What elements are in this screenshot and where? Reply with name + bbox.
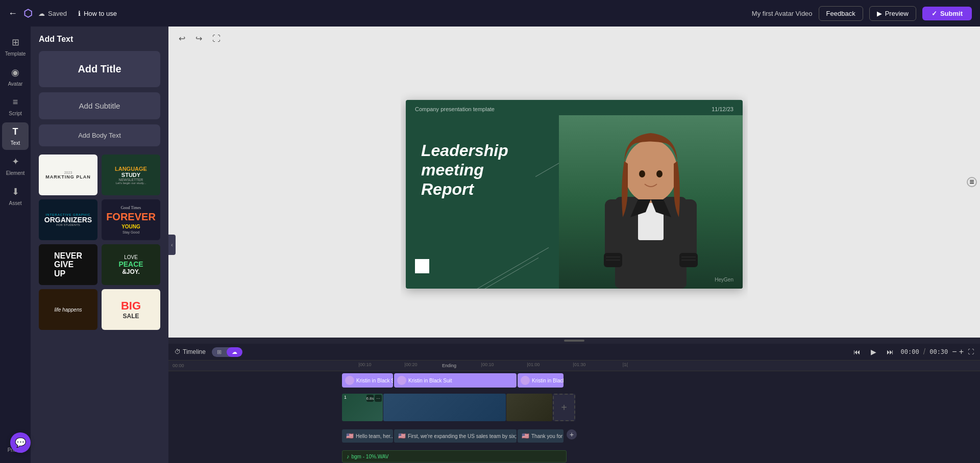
svg-rect-5 [605, 199, 621, 261]
sidebar-item-asset[interactable]: ⬇ Asset [2, 182, 29, 210]
tmpl4-young: YOUNG [121, 224, 140, 229]
tmpl4-forever: FOREVER [106, 211, 156, 223]
tmpl2-news: NEWSLETTER [119, 178, 143, 182]
scene-track-label [168, 392, 342, 427]
tmpl3-sub: FOR STUDENTS [56, 223, 80, 226]
feedback-button[interactable]: Feedback [819, 6, 863, 21]
next-button[interactable]: ⏭ [884, 347, 897, 357]
scene-track-section: 1 6.8s ⋯ [168, 392, 980, 427]
tmpl6-joy: &JOY. [122, 268, 140, 275]
expand-button[interactable]: ⛶ [968, 348, 974, 355]
fit-button[interactable]: ⛶ [210, 32, 223, 45]
undo-button[interactable]: ↩ [177, 32, 187, 45]
slide-date: 11/12/23 [712, 106, 733, 112]
template-card-8[interactable]: BIG SALE [102, 289, 160, 330]
template-card-2[interactable]: LANGUAGE STUDY NEWSLETTER Let's begin ou… [102, 155, 160, 195]
slide-title-line1: Leadership meeting [421, 141, 508, 179]
script-clip-1[interactable]: 🇺🇸 Hello team, her... [342, 429, 393, 443]
sidebar-label-script: Script [9, 111, 22, 116]
scroll-indicator[interactable]: ≡ [967, 177, 977, 187]
template-card-7[interactable]: life happens [39, 289, 97, 330]
tmpl4-goodtimes: Good Times [121, 205, 141, 210]
preview-button[interactable]: ▶ Preview [869, 6, 916, 21]
sidebar-label-asset: Asset [9, 200, 21, 206]
current-time: 00:00 [901, 348, 919, 355]
zoom-out-button[interactable]: − [952, 347, 957, 356]
scene-row: 1 6.8s ⋯ [342, 394, 980, 423]
slide-company: Company presentation template [415, 106, 495, 112]
avatar-placeholder [559, 115, 743, 289]
add-script-button[interactable]: + [567, 429, 577, 440]
zoom-in-button[interactable]: + [959, 347, 964, 356]
sidebar-item-avatar[interactable]: ◉ Avatar [2, 63, 29, 91]
scene-thumb-1[interactable]: 1 6.8s ⋯ [342, 394, 383, 421]
preview-label: Preview [885, 10, 909, 17]
toggle-option-2[interactable]: ☁ [227, 347, 242, 357]
template-card-3[interactable]: INTERACTIVE GRAPHIC ORGANIZERS FOR STUDE… [39, 199, 97, 240]
add-title-button[interactable]: Add Title [39, 51, 160, 87]
avatar-clip-label-1: Kristin in Black S... [356, 378, 393, 383]
scene-thumb-2[interactable] [383, 394, 506, 421]
sidebar-label-avatar: Avatar [8, 81, 23, 87]
avatar-figure-svg [600, 115, 702, 289]
scene-action-more[interactable]: ⋯ [375, 395, 382, 402]
add-scene-button[interactable]: + [553, 394, 575, 421]
bgm-track-content: ♪ bgm - 10%.WAV [342, 448, 980, 463]
sidebar-item-template[interactable]: ⊞ Template [2, 33, 29, 61]
slide-title-line2: Report [421, 180, 474, 198]
submit-button[interactable]: ✓ Submit [922, 7, 972, 20]
slide-preview[interactable]: Company presentation template 11/12/23 L… [406, 100, 743, 289]
script-clip-3[interactable]: 🇺🇸 Thank you for you... [518, 429, 564, 443]
avatar-clip-3[interactable]: Kristin in Black Suit [518, 373, 564, 388]
right-scroll-handle: ≡ [967, 177, 977, 187]
project-name: My first Avatar Video [752, 10, 813, 17]
template-card-1[interactable]: 2023 MARKTING PLAN [39, 155, 97, 195]
timeline-resize-handle[interactable] [168, 338, 980, 344]
scene-action-time[interactable]: 6.8s [366, 395, 374, 402]
avatar-clip-2[interactable]: Kristin in Black Suit [394, 373, 517, 388]
topbar-left: ← ⬡ ☁ Saved ℹ How to use [8, 7, 122, 20]
sidebar-item-text[interactable]: T Text [2, 122, 29, 150]
scene-thumb-3[interactable] [506, 394, 552, 421]
bgm-clip[interactable]: ♪ bgm - 10%.WAV [342, 450, 567, 462]
add-body-button[interactable]: Add Body Text [39, 124, 160, 146]
scene-clips: 1 6.8s ⋯ [342, 394, 575, 423]
template-card-5[interactable]: NEVERGIVEUP [39, 244, 97, 285]
script-text-2: First, we're expanding the US sales team… [408, 433, 517, 439]
script-track-section: 🇺🇸 Hello team, her... 🇺🇸 First, we're ex… [168, 427, 980, 448]
asset-icon: ⬇ [12, 186, 19, 197]
template-card-6[interactable]: LOVE PEACE &JOY. [102, 244, 160, 285]
tmpl8-sale: SALE [122, 313, 139, 320]
template-card-4[interactable]: Good Times FOREVER YOUNG Stay Good [102, 199, 160, 240]
sidebar-label-element: Element [6, 170, 25, 176]
ruler-mark-end-10: |00:10 [464, 362, 510, 369]
ruler-marks: |00:10 |00:20 Ending |00:10 |01:00 |01:3… [342, 362, 980, 369]
how-to-use-button[interactable]: ℹ How to use [73, 7, 122, 20]
script-clip-2[interactable]: 🇺🇸 First, we're expanding the US sales t… [394, 429, 517, 443]
play-button[interactable]: ▶ [868, 347, 879, 357]
chat-button[interactable]: 💬 [10, 432, 31, 453]
collapse-panel-button[interactable]: ‹ [168, 235, 176, 255]
avatar-clip-1[interactable]: Kristin in Black S... [342, 373, 393, 388]
timeline-toggle[interactable]: ⊞ ☁ [212, 347, 242, 357]
svg-point-2 [624, 140, 677, 203]
avatar-icon: ◉ [11, 67, 19, 78]
zoom-controls: − + [952, 347, 964, 356]
back-button[interactable]: ← [8, 8, 17, 19]
bgm-track-section: ♪ bgm - 10%.WAV [168, 448, 980, 463]
redo-button[interactable]: ↪ [193, 32, 204, 45]
left-panel: Add Text Add Title Add Subtitle Add Body… [31, 27, 168, 463]
toggle-option-1[interactable]: ⊞ [212, 347, 227, 357]
slide-decorative-line-2 [460, 247, 549, 289]
tmpl6-love: LOVE [124, 254, 138, 260]
tmpl1-title: MARKTING PLAN [45, 174, 91, 179]
avatar-track-row: Kristin in Black S... Kristin in Black S… [342, 373, 980, 390]
ruler-mark-end-last: |1( [602, 362, 648, 369]
avatar-clip-label-3: Kristin in Black Suit [532, 378, 564, 383]
sidebar-item-script[interactable]: ≡ Script [2, 93, 29, 120]
how-to-use-label: How to use [84, 10, 117, 17]
add-subtitle-button[interactable]: Add Subtitle [39, 92, 160, 119]
prev-button[interactable]: ⏮ [850, 347, 864, 357]
submit-label: Submit [940, 10, 963, 17]
sidebar-item-element[interactable]: ✦ Element [2, 152, 29, 180]
